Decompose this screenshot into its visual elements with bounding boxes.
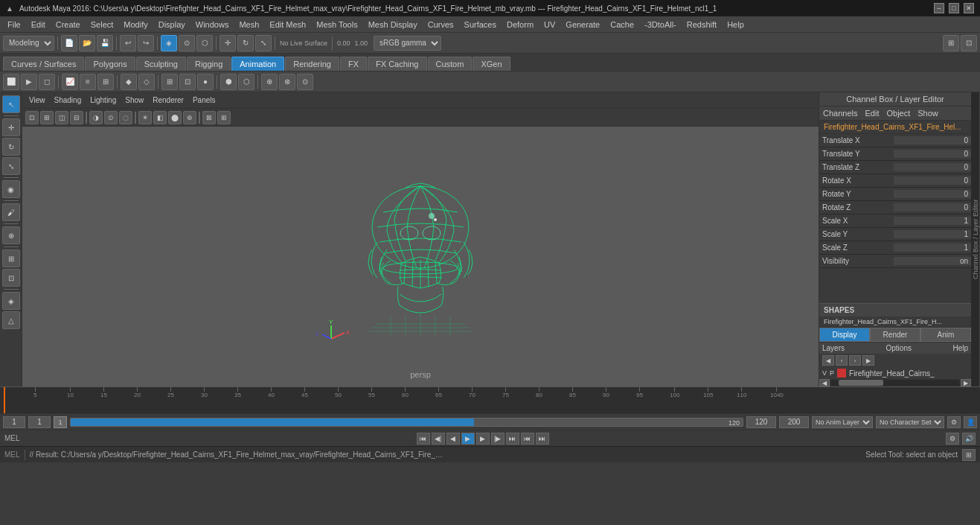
ghost-button[interactable]: ◻: [39, 74, 55, 90]
viewport-menu-shading[interactable]: Shading: [51, 95, 86, 105]
dope-sheet-button[interactable]: ≡: [80, 74, 96, 90]
scroll-right-button[interactable]: ▶: [961, 379, 971, 386]
anim-layer-selector[interactable]: No Anim Layer: [812, 416, 873, 428]
status-icon-button[interactable]: ⊞: [962, 449, 976, 461]
rotate-tool-lt[interactable]: ↻: [2, 138, 20, 156]
tab-display[interactable]: Display: [819, 328, 870, 342]
move-tool-lt[interactable]: ✛: [2, 118, 20, 136]
menu-mesh[interactable]: Mesh: [234, 19, 263, 31]
grid-button[interactable]: ⊞: [217, 111, 231, 124]
menu-generate[interactable]: Generate: [561, 19, 604, 31]
viewport-grid-button[interactable]: ⊞: [161, 74, 178, 90]
soft-select-lt[interactable]: ◉: [2, 180, 20, 198]
prev-key-button[interactable]: ⏮: [521, 433, 534, 445]
camera-persp-button[interactable]: ⊞: [40, 111, 54, 124]
channel-value[interactable]: 0: [894, 136, 971, 144]
tab-fx[interactable]: FX: [340, 57, 367, 71]
next-key-button[interactable]: ⏭: [536, 433, 549, 445]
snap-grid-button[interactable]: ⊕: [261, 74, 278, 90]
lasso-select-button[interactable]: ⊙: [179, 35, 195, 51]
key-all-button[interactable]: ⬜: [3, 74, 19, 90]
tab-fx-caching[interactable]: FX Caching: [368, 57, 426, 71]
anim-settings-button[interactable]: ⚙: [947, 416, 961, 428]
step-forward-key-button[interactable]: |▶: [491, 433, 505, 445]
hud-button[interactable]: ⊠: [202, 111, 216, 124]
channel-value[interactable]: 0: [894, 203, 971, 211]
snap-point-button[interactable]: ⊙: [297, 74, 313, 90]
colorspace-selector[interactable]: sRGB gamma: [374, 36, 441, 51]
lighting-mode-button[interactable]: ☀: [138, 111, 152, 124]
tab-sculpting[interactable]: Sculpting: [136, 57, 186, 71]
menu-surfaces[interactable]: Surfaces: [460, 19, 501, 31]
range-max-input[interactable]: [779, 416, 809, 428]
channel-value[interactable]: 0: [894, 176, 971, 185]
channel-value[interactable]: on: [894, 257, 971, 265]
wireframe-on-shaded-button[interactable]: ⊙: [104, 111, 118, 124]
step-back-key-button[interactable]: ◀|: [432, 433, 445, 445]
char-set-selector[interactable]: No Character Set: [876, 416, 944, 428]
channel-value[interactable]: 1: [894, 244, 971, 252]
custom2-lt[interactable]: △: [2, 311, 20, 329]
menu-uv[interactable]: UV: [539, 19, 560, 31]
show-manipulator-lt[interactable]: ⊕: [2, 226, 20, 244]
undo-button[interactable]: ↩: [120, 35, 136, 51]
menu-file[interactable]: File: [3, 19, 25, 31]
char-set-button[interactable]: 👤: [964, 416, 977, 428]
cb-menu-show[interactable]: Show: [915, 108, 941, 118]
tab-curves-surfaces[interactable]: Curves / Surfaces: [3, 57, 84, 71]
wireframe-button[interactable]: ⊡: [179, 74, 196, 90]
menu-curves[interactable]: Curves: [423, 19, 458, 31]
snap-curve-button[interactable]: ⊗: [279, 74, 295, 90]
menu-mesh-tools[interactable]: Mesh Tools: [312, 19, 362, 31]
tab-xgen[interactable]: XGen: [473, 57, 510, 71]
scroll-left-button[interactable]: ◀: [819, 379, 830, 386]
set-breakdown-button[interactable]: ◇: [138, 74, 155, 90]
tab-anim[interactable]: Anim: [920, 328, 971, 342]
menu-cache[interactable]: Cache: [606, 19, 638, 31]
jump-start-button[interactable]: ⏮: [417, 433, 430, 445]
current-frame-input[interactable]: [3, 416, 25, 428]
camera-top-button[interactable]: ⊟: [70, 111, 83, 124]
layer-next-button[interactable]: ›: [849, 355, 861, 366]
tab-rigging[interactable]: Rigging: [187, 57, 231, 71]
open-file-button[interactable]: 📂: [79, 35, 95, 51]
toggle-ui-button[interactable]: ⊡: [961, 35, 977, 51]
snap-to-lt[interactable]: ⊞: [2, 249, 20, 267]
scale-tool-button[interactable]: ⤡: [255, 35, 272, 51]
menu-display[interactable]: Display: [154, 19, 190, 31]
menu-modify[interactable]: Modify: [119, 19, 152, 31]
menu-help[interactable]: Help: [723, 19, 749, 31]
close-button[interactable]: ✕: [964, 3, 974, 13]
render-region-button[interactable]: ⬢: [220, 74, 237, 90]
shadows-button[interactable]: ◧: [153, 111, 167, 124]
tab-custom[interactable]: Custom: [428, 57, 473, 71]
minimize-button[interactable]: –: [934, 3, 944, 13]
viewport-canvas[interactable]: X Y Z persp: [22, 127, 819, 386]
menu-edit[interactable]: Edit: [27, 19, 50, 31]
range-bar[interactable]: 120: [70, 418, 743, 427]
select-tool-lt[interactable]: ↖: [2, 95, 20, 113]
step-back-button[interactable]: ◀: [446, 433, 460, 445]
maximize-button[interactable]: □: [949, 3, 959, 13]
menu-edit-mesh[interactable]: Edit Mesh: [265, 19, 310, 31]
step-forward-button[interactable]: ▶: [476, 433, 490, 445]
anti-alias-button[interactable]: ⊛: [183, 111, 196, 124]
channel-value[interactable]: 1: [894, 230, 971, 238]
camera-front-button[interactable]: ◫: [55, 111, 68, 124]
menu-select[interactable]: Select: [86, 19, 118, 31]
cb-menu-object[interactable]: Object: [884, 108, 912, 118]
scale-tool-lt[interactable]: ⤡: [2, 157, 20, 175]
options-menu[interactable]: Options: [885, 344, 911, 352]
ambient-occlusion-button[interactable]: ⬤: [168, 111, 182, 124]
layer-forward-button[interactable]: ▶: [862, 355, 874, 366]
new-scene-button[interactable]: 📄: [61, 35, 77, 51]
mode-selector[interactable]: Modeling: [3, 36, 54, 51]
tab-render[interactable]: Render: [870, 328, 920, 342]
help-menu[interactable]: Help: [952, 344, 968, 352]
xray-button[interactable]: ◌: [119, 111, 132, 124]
cb-menu-edit[interactable]: Edit: [862, 108, 881, 118]
attribute-editor-tab[interactable]: Channel Box / Layer Editor: [971, 92, 980, 386]
tab-rendering[interactable]: Rendering: [285, 57, 339, 71]
display-quality-button[interactable]: ◑: [89, 111, 103, 124]
quick-layout-button[interactable]: ⊞: [943, 35, 959, 51]
